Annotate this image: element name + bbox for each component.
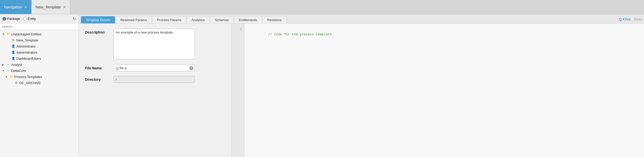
plus-icon-deltacore: +: [6, 69, 10, 73]
sub-tab-revisions-label: Revisions: [267, 18, 281, 22]
radio-entity-input[interactable]: [23, 17, 27, 21]
folder-icon-process-templates: 📁: [9, 75, 13, 79]
sub-tab-reserved-params[interactable]: Reserved Params: [116, 16, 152, 23]
tree-label-deltacore: DeltaCore: [11, 69, 26, 73]
tree-item-deltacore[interactable]: ▼ + DeltaCore: [0, 68, 79, 74]
form-row-filename: File Name ✕: [85, 65, 225, 71]
radio-entity-label: Entity: [28, 17, 36, 21]
tree-item-new-template[interactable]: ⚙ New_Template: [0, 37, 79, 43]
code-comment-line1: // Code for the process template: [268, 33, 332, 36]
refresh-button[interactable]: ↻: [73, 16, 76, 21]
sub-tab-template-details[interactable]: Template Details: [81, 16, 115, 23]
code-content[interactable]: // Code for the process template: [244, 24, 644, 157]
search-input[interactable]: [2, 25, 77, 28]
sub-tab-reserved-params-label: Reserved Params: [120, 18, 147, 22]
tree-item-process-templates[interactable]: ▼ 📁 Process Templates: [0, 74, 79, 80]
tree-item-dc-archive[interactable]: ⚙ DC_ARCHIVE: [0, 80, 79, 86]
template-form: Description An example of a new process …: [79, 24, 232, 157]
search-bar: [0, 23, 79, 30]
tree-label-administrators: Administrators: [16, 51, 37, 54]
tree-item-administrator[interactable]: 👤 Administrator: [0, 43, 79, 49]
filename-input[interactable]: [113, 65, 195, 71]
sub-tab-process-params-label: Process Params: [157, 18, 181, 22]
radio-package[interactable]: Package: [3, 17, 20, 21]
description-textarea[interactable]: An example of a new process template: [113, 29, 195, 59]
tab-new-template-label: New_Template: [36, 5, 61, 9]
tree-label-dashboardusers: DashboardUsers: [16, 57, 41, 60]
sub-tab-schemas[interactable]: Schemas: [210, 16, 234, 23]
sub-tab-entitlements-label: Entitlements: [239, 18, 257, 22]
right-actions: Q Files Save: [619, 16, 642, 23]
user-icon-administrator: 👤: [11, 44, 15, 48]
radio-package-label: Package: [7, 17, 20, 21]
content-area: Description An example of a new process …: [79, 24, 644, 157]
sub-tab-analytics[interactable]: Analytics: [187, 16, 210, 23]
tab-navigation[interactable]: Navigation ✕: [0, 0, 32, 14]
line-numbers: 1: [232, 24, 244, 157]
tree-view: ▼ 📁 Unpackaged Entities ⚙ New_Template 👤…: [0, 30, 79, 157]
tab-new-template[interactable]: New_Template ✕: [32, 0, 70, 14]
form-row-description: Description An example of a new process …: [85, 29, 225, 60]
tree-item-unpackaged[interactable]: ▼ 📁 Unpackaged Entities: [0, 31, 79, 37]
radio-entity[interactable]: Entity: [23, 17, 36, 21]
arrow-analyst: ▶: [2, 63, 5, 66]
radio-package-input[interactable]: [3, 17, 6, 21]
plus-icon-analyst: +: [6, 62, 10, 67]
directory-input[interactable]: [113, 76, 195, 83]
arrow-deltacore: ▼: [2, 69, 5, 72]
sub-tab-bar: Template Details Reserved Params Process…: [79, 14, 644, 24]
tree-label-process-templates: Process Templates: [14, 75, 42, 79]
form-row-directory: Directory: [85, 76, 225, 83]
description-label: Description: [85, 29, 110, 34]
tree-item-dashboardusers[interactable]: 👤 DashboardUsers: [0, 55, 79, 61]
filename-field-container: ✕: [113, 65, 195, 71]
tree-label-analyst: Analyst: [11, 63, 22, 67]
right-panel: Template Details Reserved Params Process…: [79, 14, 644, 157]
tree-label-unpackaged: Unpackaged Entities: [11, 32, 41, 36]
sub-tab-entitlements[interactable]: Entitlements: [234, 16, 262, 23]
filename-label: File Name: [85, 65, 110, 70]
sub-tab-schemas-label: Schemas: [215, 18, 229, 22]
directory-input-wrap: [113, 76, 225, 83]
tab-navigation-label: Navigation: [4, 5, 22, 9]
user-icon-dashboardusers: 👤: [11, 56, 15, 60]
tab-bar: Navigation ✕ New_Template ✕: [0, 0, 644, 14]
tab-navigation-close[interactable]: ✕: [24, 5, 27, 9]
tab-new-template-close[interactable]: ✕: [63, 5, 66, 9]
filename-clear-button[interactable]: ✕: [189, 66, 193, 70]
tree-item-analyst[interactable]: ▶ + Analyst: [0, 61, 79, 68]
arrow-process-templates: ▼: [5, 75, 8, 78]
gear-icon-new-template: ⚙: [11, 38, 15, 42]
tree-item-administrators[interactable]: 👤 Administrators: [0, 49, 79, 55]
description-input-wrap: An example of a new process template: [113, 29, 225, 60]
directory-label: Directory: [85, 76, 110, 82]
code-editor: 1 // Code for the process template: [232, 24, 644, 157]
sidebar-controls: Package Entity ↻: [0, 14, 79, 23]
sub-tab-revisions[interactable]: Revisions: [262, 16, 286, 23]
gear-icon-dc-archive: ⚙: [14, 81, 18, 85]
save-button[interactable]: Save: [634, 17, 642, 21]
main-layout: Package Entity ↻ ▼ 📁 Unpackaged Entities…: [0, 14, 644, 157]
sub-tab-process-params[interactable]: Process Params: [152, 16, 186, 23]
arrow-unpackaged: ▼: [2, 33, 5, 36]
user-icon-administrators: 👤: [11, 50, 15, 54]
sub-tab-template-details-label: Template Details: [86, 18, 110, 22]
radio-group: Package Entity: [3, 17, 36, 21]
filename-input-wrap: ✕: [113, 65, 225, 71]
sidebar: Package Entity ↻ ▼ 📁 Unpackaged Entities…: [0, 14, 79, 157]
tree-label-new-template: New_Template: [16, 38, 38, 42]
tree-label-dc-archive: DC_ARCHIVE: [19, 81, 41, 85]
line-number-1: 1: [234, 27, 242, 32]
tree-label-administrator: Administrator: [16, 44, 36, 48]
folder-icon-unpackaged: 📁: [6, 32, 10, 36]
q-files-button[interactable]: Q Files: [619, 17, 631, 21]
sub-tab-analytics-label: Analytics: [192, 18, 205, 22]
